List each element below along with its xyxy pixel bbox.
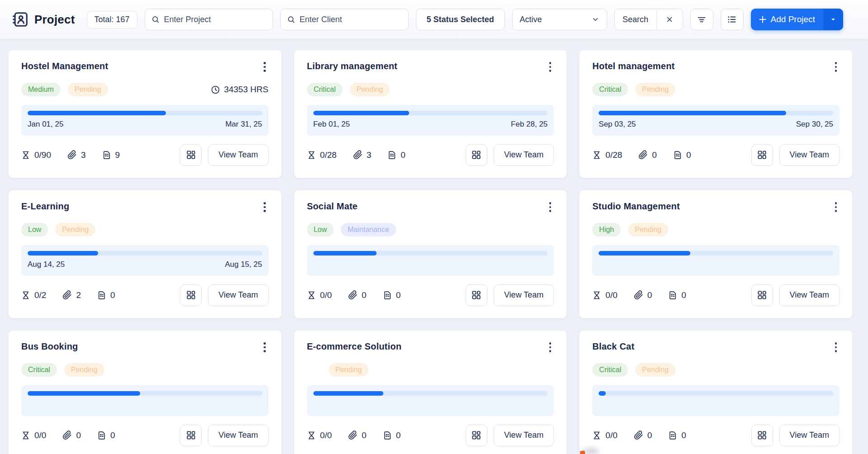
view-team-button[interactable]: View Team xyxy=(779,284,840,306)
active-filter-select[interactable]: Active xyxy=(512,9,607,30)
status-badge: Pending xyxy=(350,83,390,96)
progress-section: Feb 01, 25 Feb 28, 25 xyxy=(307,105,554,136)
docs-value: 0 xyxy=(110,430,115,440)
attachments-value: 3 xyxy=(367,150,372,160)
card-menu-button[interactable] xyxy=(547,61,554,73)
grid-view-button[interactable] xyxy=(466,425,487,446)
progress-section xyxy=(592,385,840,416)
status-badge: Pending xyxy=(635,363,675,377)
progress-fill xyxy=(599,251,690,255)
hourglass-icon xyxy=(21,290,30,300)
grid-icon xyxy=(186,150,196,160)
grid-view-button[interactable] xyxy=(180,425,202,446)
hourglass-icon xyxy=(307,150,316,160)
status-badge: Pending xyxy=(55,223,95,236)
start-date: Sep 03, 25 xyxy=(599,120,636,129)
view-team-button[interactable]: View Team xyxy=(208,144,268,166)
list-icon xyxy=(727,14,737,24)
search-clear-group: Search xyxy=(614,9,683,30)
docs-value: 0 xyxy=(110,290,115,300)
card-menu-button[interactable] xyxy=(832,61,840,73)
hourglass-icon xyxy=(592,150,601,160)
view-team-button[interactable]: View Team xyxy=(779,144,840,166)
filter-button[interactable] xyxy=(690,9,713,30)
search-button[interactable]: Search xyxy=(615,9,656,30)
paperclip-icon xyxy=(353,150,363,160)
project-title: Hotel management xyxy=(592,61,675,71)
progress-fill xyxy=(599,391,606,396)
view-team-button[interactable]: View Team xyxy=(494,425,554,446)
card-menu-button[interactable] xyxy=(547,341,554,353)
project-logo-icon xyxy=(12,11,29,28)
card-menu-button[interactable] xyxy=(547,201,554,213)
grid-icon xyxy=(757,430,767,440)
docs-stat: 0 xyxy=(383,290,401,300)
status-filter-button[interactable]: 5 Status Selected xyxy=(416,9,505,30)
docs-value: 0 xyxy=(681,290,686,300)
docs-stat: 9 xyxy=(102,150,120,160)
status-badge: Pending xyxy=(635,83,675,96)
project-title: E-Learning xyxy=(21,201,69,212)
docs-stat: 0 xyxy=(387,150,406,160)
add-project-dropdown-toggle[interactable] xyxy=(823,9,843,30)
progress-bar xyxy=(28,251,262,255)
paperclip-icon xyxy=(638,150,648,160)
attachments-stat: 0 xyxy=(348,430,367,440)
view-team-button[interactable]: View Team xyxy=(208,284,268,306)
docs-stat: 0 xyxy=(97,290,115,300)
priority-badge: High xyxy=(592,223,621,236)
project-search[interactable] xyxy=(145,9,273,30)
notes-icon xyxy=(673,150,682,160)
attachments-stat: 0 xyxy=(638,150,657,160)
project-title: Hostel Management xyxy=(21,61,108,71)
priority-badge: Medium xyxy=(21,83,61,96)
time-stat: 0/0 xyxy=(21,430,46,440)
grid-view-button[interactable] xyxy=(751,284,773,306)
card-menu-button[interactable] xyxy=(261,341,269,353)
grid-view-button[interactable] xyxy=(180,284,202,306)
grid-view-button[interactable] xyxy=(180,144,202,166)
progress-section: Sep 03, 25 Sep 30, 25 xyxy=(592,105,840,136)
hourglass-icon xyxy=(21,430,30,440)
grid-icon xyxy=(186,430,196,440)
notes-icon xyxy=(387,150,396,160)
hourglass-icon xyxy=(307,290,316,300)
client-search[interactable] xyxy=(280,9,409,30)
attachments-value: 0 xyxy=(647,430,652,440)
priority-badge: Critical xyxy=(21,363,57,377)
grid-icon xyxy=(757,290,767,300)
priority-badge: Critical xyxy=(307,83,343,96)
paperclip-icon xyxy=(634,290,643,300)
status-badge: Pending xyxy=(64,363,104,377)
view-team-button[interactable]: View Team xyxy=(494,144,554,166)
add-project-button[interactable]: Add Project xyxy=(751,9,843,30)
project-search-input[interactable] xyxy=(164,15,266,24)
progress-fill xyxy=(313,391,384,396)
grid-view-button[interactable] xyxy=(751,144,773,166)
clear-search-button[interactable] xyxy=(656,9,683,30)
docs-value: 9 xyxy=(115,150,120,160)
view-team-button[interactable]: View Team xyxy=(494,284,554,306)
view-team-button[interactable]: View Team xyxy=(208,425,268,446)
top-toolbar: Project Total: 167 5 Status Selected Act… xyxy=(0,0,868,39)
card-menu-button[interactable] xyxy=(832,341,840,353)
client-search-input[interactable] xyxy=(299,15,401,24)
card-menu-button[interactable] xyxy=(261,61,269,73)
list-view-button[interactable] xyxy=(721,9,744,30)
attachments-stat: 0 xyxy=(62,430,81,440)
project-title: E-commerce Solution xyxy=(307,341,401,352)
grid-view-button[interactable] xyxy=(466,144,487,166)
view-team-button[interactable]: View Team xyxy=(779,425,840,446)
grid-view-button[interactable] xyxy=(466,284,487,306)
progress-bar xyxy=(28,111,262,115)
priority-badge: Low xyxy=(21,223,48,236)
time-stat: 0/0 xyxy=(307,430,332,440)
attachments-stat: 3 xyxy=(353,150,372,160)
clock-icon xyxy=(211,85,220,95)
plus-icon xyxy=(758,15,767,24)
grid-view-button[interactable] xyxy=(751,425,773,446)
notes-icon xyxy=(102,150,111,160)
progress-fill xyxy=(313,111,410,115)
card-menu-button[interactable] xyxy=(832,201,840,213)
card-menu-button[interactable] xyxy=(261,201,269,213)
